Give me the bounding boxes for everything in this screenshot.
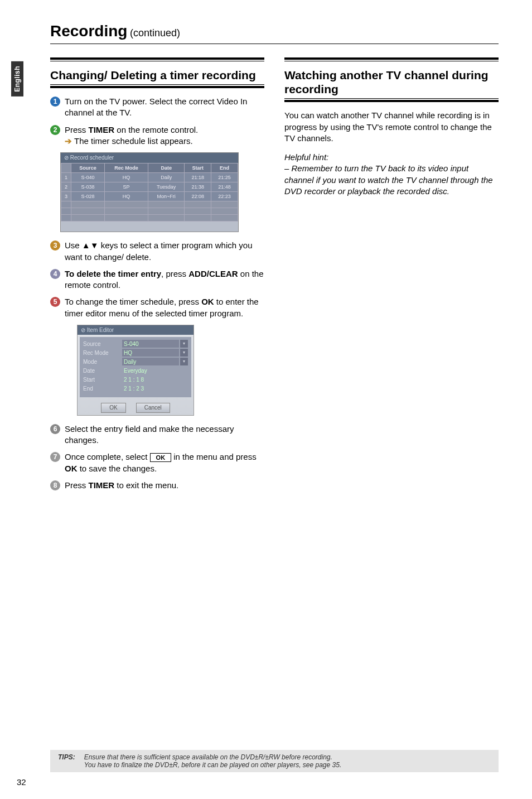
step-number-1: 1 bbox=[50, 97, 60, 107]
step-6-text: Select the entry field and make the nece… bbox=[65, 423, 264, 446]
step-4-text: To delete the timer entry, press ADD/CLE… bbox=[65, 268, 264, 291]
tips-bar: TIPS: Ensure that there is sufficient sp… bbox=[50, 750, 499, 772]
language-tab: English bbox=[11, 61, 23, 97]
chevron-down-icon: ▾ bbox=[180, 358, 188, 365]
tips-line-2: You have to finalize the DVD±R, before i… bbox=[84, 761, 342, 769]
tips-line-1: Ensure that there is sufficient space av… bbox=[84, 753, 342, 761]
page-number: 32 bbox=[17, 777, 26, 787]
right-heading: Watching another TV channel during recor… bbox=[284, 67, 499, 98]
step-8-text: Press TIMER to exit the menu. bbox=[65, 480, 264, 491]
title-line: Recording (continued) bbox=[50, 22, 499, 44]
step-number-5: 5 bbox=[50, 297, 60, 307]
step-2-text: Press TIMER on the remote control. ➔The … bbox=[65, 124, 264, 147]
editor-cancel-button: Cancel bbox=[136, 403, 170, 413]
step-number-7: 7 bbox=[50, 452, 60, 462]
scheduler-title: Record scheduler bbox=[61, 153, 238, 163]
step-5-text: To change the timer schedule, press OK t… bbox=[65, 296, 264, 319]
step-7-text: Once complete, select OK in the menu and… bbox=[65, 451, 264, 474]
arrow-icon: ➔ bbox=[65, 136, 72, 146]
hint-label: Helpful hint: bbox=[284, 152, 499, 163]
step-number-8: 8 bbox=[50, 480, 60, 490]
item-editor-screenshot: Item Editor SourceS-040▾ Rec ModeHQ▾ Mod… bbox=[77, 325, 194, 416]
step-number-3: 3 bbox=[50, 240, 60, 251]
editor-title: Item Editor bbox=[78, 325, 194, 335]
editor-ok-button: OK bbox=[101, 403, 125, 413]
step-number-2: 2 bbox=[50, 125, 60, 135]
left-heading: Changing/ Deleting a timer recording bbox=[50, 67, 264, 84]
chevron-down-icon: ▾ bbox=[180, 349, 188, 357]
step-3-text: Use ▲▼ keys to select a timer program wh… bbox=[65, 240, 264, 263]
step-number-6: 6 bbox=[50, 424, 60, 434]
hint-body: – Remember to turn the TV back to its vi… bbox=[284, 163, 499, 197]
record-scheduler-screenshot: Record scheduler Source Rec Mode Date St… bbox=[60, 152, 239, 232]
ok-box-icon: OK bbox=[150, 453, 172, 462]
step-1-text: Turn on the TV power. Select the correct… bbox=[65, 96, 264, 119]
tips-label: TIPS: bbox=[58, 753, 75, 769]
page-title-sub: (continued) bbox=[130, 27, 180, 38]
page-title: Recording bbox=[50, 22, 127, 40]
chevron-down-icon: ▾ bbox=[180, 340, 188, 348]
step-number-4: 4 bbox=[50, 269, 60, 279]
right-para-1: You can watch another TV channel while r… bbox=[284, 110, 499, 144]
scheduler-table: Source Rec Mode Date Start End 1S-040HQD… bbox=[61, 163, 238, 222]
